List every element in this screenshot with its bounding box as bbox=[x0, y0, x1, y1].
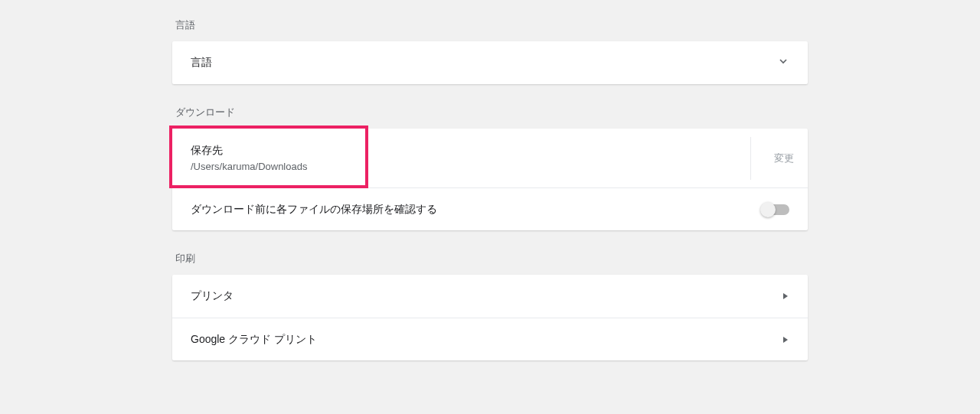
cloud-print-row[interactable]: Google クラウド プリント bbox=[172, 318, 808, 360]
language-card: 言語 bbox=[172, 41, 808, 84]
printing-card: プリンタ Google クラウド プリント bbox=[172, 275, 808, 360]
ask-before-download-row[interactable]: ダウンロード前に各ファイルの保存場所を確認する bbox=[172, 187, 808, 230]
printers-label: プリンタ bbox=[191, 289, 234, 303]
chevron-down-icon bbox=[777, 55, 789, 70]
downloads-section-title: ダウンロード bbox=[172, 84, 808, 129]
download-location-label: 保存先 bbox=[191, 144, 307, 158]
chevron-right-icon bbox=[782, 333, 789, 347]
ask-before-download-toggle[interactable] bbox=[762, 204, 789, 215]
chevron-right-icon bbox=[782, 289, 789, 303]
change-location-button[interactable]: 変更 bbox=[750, 137, 808, 180]
language-row-label: 言語 bbox=[191, 56, 212, 70]
svg-marker-1 bbox=[783, 337, 788, 343]
downloads-card: 保存先 /Users/karuma/Downloads 変更 ダウンロード前に各… bbox=[172, 129, 808, 230]
language-section-title: 言語 bbox=[172, 0, 808, 41]
toggle-knob bbox=[760, 202, 776, 217]
download-location-path: /Users/karuma/Downloads bbox=[191, 161, 307, 172]
ask-before-download-label: ダウンロード前に各ファイルの保存場所を確認する bbox=[191, 203, 437, 217]
svg-marker-0 bbox=[783, 293, 788, 299]
cloud-print-label: Google クラウド プリント bbox=[191, 333, 317, 347]
download-location-row: 保存先 /Users/karuma/Downloads 変更 bbox=[172, 129, 808, 187]
printers-row[interactable]: プリンタ bbox=[172, 275, 808, 318]
language-row[interactable]: 言語 bbox=[172, 41, 808, 84]
printing-section-title: 印刷 bbox=[172, 230, 808, 275]
